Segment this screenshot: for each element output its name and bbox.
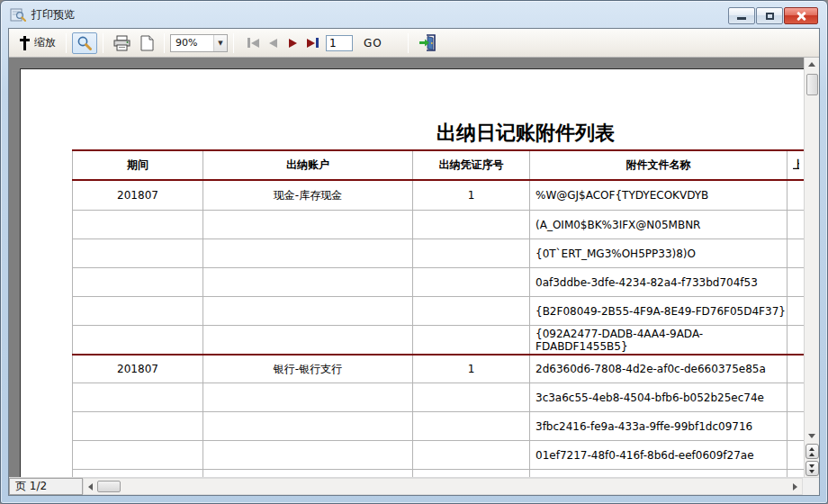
table-cell bbox=[202, 211, 412, 238]
horizontal-scrollbar[interactable] bbox=[83, 478, 803, 495]
table-cell: 1 bbox=[412, 181, 529, 210]
table-cell bbox=[72, 239, 202, 267]
scroll-left-button[interactable] bbox=[84, 480, 97, 493]
minimize-button[interactable] bbox=[728, 7, 755, 24]
table-cell: 3fbc2416-fe9a-433a-9ffe-99bf1dc09716 bbox=[529, 412, 787, 440]
table-cell-clipped bbox=[787, 326, 804, 354]
table-cell-clipped bbox=[787, 239, 804, 267]
table-cell-clipped bbox=[787, 268, 804, 296]
table-cell: {092A2477-DADB-4AA4-9ADA-FDABDF1455B5} bbox=[529, 326, 787, 354]
arrow-down-icon bbox=[808, 434, 815, 438]
magnifier-button[interactable] bbox=[72, 32, 97, 54]
report-title: 出纳日记账附件列表 bbox=[436, 120, 615, 147]
chevron-down-icon[interactable]: ▼ bbox=[213, 35, 227, 51]
magnifier-icon bbox=[76, 35, 93, 51]
table-cell bbox=[202, 297, 412, 325]
last-page-icon bbox=[307, 39, 315, 48]
preview-area: 出纳日记账附件列表 期间 出纳账户 出纳凭证序号 附件文件名称 上 201807… bbox=[9, 58, 804, 477]
table-cell bbox=[412, 239, 529, 267]
restore-button[interactable] bbox=[756, 7, 783, 24]
table-cell: {B2F08049-2B55-4F9A-8E49-FD76F05D4F37} bbox=[529, 297, 787, 325]
arrow-left-icon bbox=[88, 483, 93, 490]
header-period: 期间 bbox=[72, 151, 202, 179]
attachment-table: 期间 出纳账户 出纳凭证序号 附件文件名称 上 201807现金-库存现金1%W… bbox=[72, 149, 804, 477]
scroll-right-button[interactable] bbox=[788, 480, 802, 493]
next-page-button[interactable] bbox=[283, 34, 302, 52]
table-row: 01ef7217-48f0-416f-8b6d-eef0609f27ae bbox=[72, 440, 804, 469]
header-voucher-no: 出纳凭证序号 bbox=[412, 151, 529, 179]
page-down-button[interactable] bbox=[806, 461, 819, 476]
prev-page-icon bbox=[269, 39, 277, 48]
printer-icon bbox=[113, 35, 131, 51]
table-cell-clipped bbox=[787, 412, 804, 440]
vertical-scrollbar[interactable] bbox=[804, 58, 819, 477]
table-cell bbox=[72, 441, 202, 469]
arrow-right-icon bbox=[793, 483, 797, 490]
zoom-mode-button[interactable]: 缩放 bbox=[14, 32, 60, 53]
table-cell bbox=[412, 297, 529, 325]
table-cell bbox=[72, 268, 202, 296]
clipped-header-fragment: 上 bbox=[793, 158, 799, 173]
page-up-button[interactable] bbox=[806, 444, 819, 459]
table-row: {B2F08049-2B55-4F9A-8E49-FD76F05D4F37} bbox=[72, 296, 804, 325]
table-cell bbox=[202, 470, 412, 477]
table-cell bbox=[412, 326, 529, 354]
toolbar: 缩放 bbox=[9, 29, 819, 58]
exit-door-icon bbox=[418, 34, 436, 51]
exit-button[interactable] bbox=[414, 32, 441, 54]
table-cell: %W@GJ$ACOF{TYDYECOKVDYB bbox=[529, 181, 787, 210]
table-cell bbox=[72, 470, 202, 477]
close-icon bbox=[796, 11, 806, 22]
print-preview-window: 打印预览 缩放 bbox=[0, 0, 828, 504]
table-cell bbox=[202, 239, 412, 267]
table-row: 3c3a6c55-4eb8-4504-bfb6-b052b25ec74e bbox=[72, 382, 804, 411]
table-cell: 201807 bbox=[72, 181, 202, 210]
minimize-icon bbox=[737, 17, 746, 20]
close-button[interactable] bbox=[784, 7, 818, 24]
prev-page-button[interactable] bbox=[263, 34, 283, 52]
document-page: 出纳日记账附件列表 期间 出纳账户 出纳凭证序号 附件文件名称 上 201807… bbox=[20, 68, 804, 477]
toolbar-separator bbox=[233, 33, 234, 53]
print-preview-icon bbox=[10, 7, 26, 22]
header-filename: 附件文件名称 bbox=[529, 151, 787, 179]
header-clipped-column: 上 bbox=[787, 151, 804, 179]
window-title: 打印预览 bbox=[32, 7, 75, 22]
print-button[interactable] bbox=[109, 32, 136, 54]
toolbar-separator bbox=[103, 33, 104, 53]
table-cell: 0af3ddbe-3dfe-4234-82a4-f733bd704f53 bbox=[529, 268, 787, 296]
table-cell: 银行-银行支行 bbox=[202, 356, 412, 382]
titlebar[interactable]: 打印预览 bbox=[1, 1, 827, 28]
vertical-scroll-thumb[interactable] bbox=[806, 74, 818, 95]
table-cell bbox=[412, 268, 529, 296]
table-cell bbox=[72, 211, 202, 238]
toolbar-separator bbox=[164, 33, 165, 53]
page-navigation: GO bbox=[243, 34, 386, 52]
scroll-down-button[interactable] bbox=[806, 429, 819, 443]
table-header-row: 期间 出纳账户 出纳凭证序号 附件文件名称 上 bbox=[72, 149, 804, 181]
attachment-table-body: 201807现金-库存现金1%W@GJ$ACOF{TYDYECOKVDYB(A_… bbox=[72, 181, 804, 477]
table-cell bbox=[72, 412, 202, 440]
table-cell: 01ef7217-48f0-416f-8b6d-eef0609f27ae bbox=[529, 441, 787, 469]
first-page-button[interactable] bbox=[243, 34, 263, 52]
table-row: (A_OIM0$BK%3IFX@N05MBNR bbox=[72, 210, 804, 238]
blank-page-icon bbox=[140, 35, 154, 51]
table-cell: {0T`ERT_MG3%OH5PP33)8)O bbox=[529, 239, 787, 267]
scroll-up-button[interactable] bbox=[806, 58, 819, 71]
table-cell bbox=[412, 441, 529, 469]
horizontal-scroll-thumb[interactable] bbox=[97, 481, 121, 492]
table-cell bbox=[202, 441, 412, 469]
double-up-icon bbox=[809, 446, 814, 457]
table-row: {092A2477-DADB-4AA4-9ADA-FDABDF1455B5} bbox=[72, 325, 804, 354]
zoom-level-select[interactable]: 90% ▼ bbox=[170, 34, 228, 52]
go-button[interactable]: GO bbox=[360, 37, 386, 50]
arrow-up-icon bbox=[808, 62, 815, 67]
table-cell: 3c07b758-0d1b-4d27-8905-173f7003bf60 bbox=[529, 470, 787, 477]
page-number-input[interactable] bbox=[326, 35, 353, 51]
table-cell bbox=[72, 326, 202, 354]
table-cell: 201807 bbox=[72, 356, 202, 382]
table-cell-clipped bbox=[787, 211, 804, 238]
table-cell-clipped bbox=[787, 441, 804, 469]
page-setup-button[interactable] bbox=[136, 32, 158, 54]
scrollbar-corner bbox=[803, 478, 819, 495]
last-page-button[interactable] bbox=[302, 34, 322, 52]
